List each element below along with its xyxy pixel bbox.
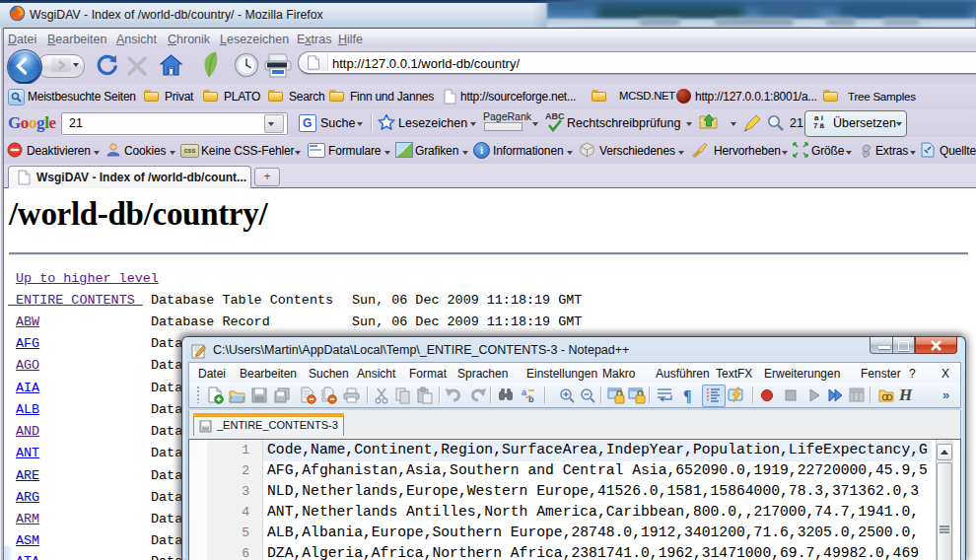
svg-text:b: b — [528, 394, 534, 404]
svg-text:¶: ¶ — [683, 387, 692, 404]
svg-text:a: a — [522, 387, 527, 397]
svg-text:H: H — [898, 385, 913, 404]
